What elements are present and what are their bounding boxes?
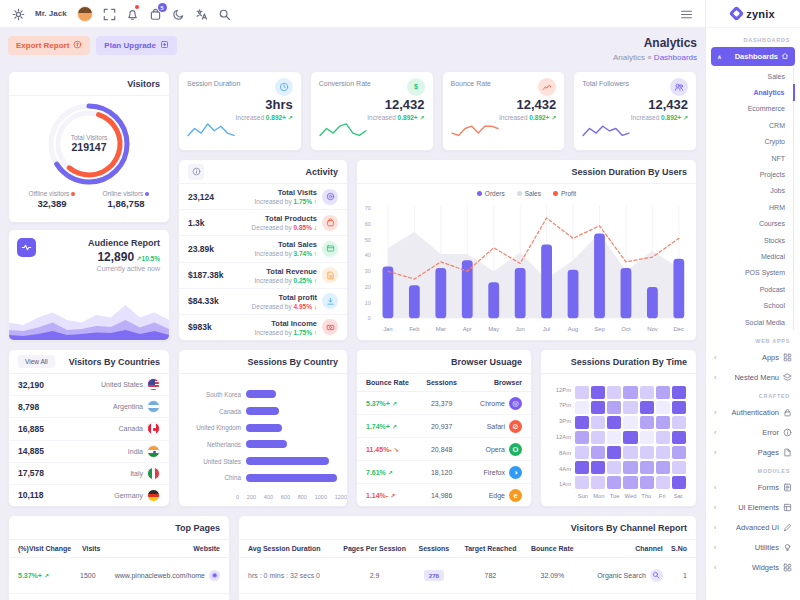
home-icon bbox=[781, 52, 789, 60]
heatmap-cell bbox=[623, 401, 637, 414]
bounce-rate: 1.74%+ ↗ bbox=[366, 423, 418, 430]
country-name: Italy bbox=[130, 470, 143, 477]
sidebar-item-stocks[interactable]: Stocks bbox=[706, 232, 785, 248]
sidebar-item-pages[interactable]: ‹Pages bbox=[706, 442, 800, 462]
sidebar-item-ecommerce[interactable]: Ecommerce bbox=[706, 101, 785, 117]
view-all-button[interactable]: View All bbox=[18, 355, 55, 368]
sidebar-item-analytics[interactable]: Analytics bbox=[706, 84, 795, 100]
chevron-left-icon: ‹ bbox=[714, 524, 716, 531]
legend-item-orders[interactable]: Orders bbox=[477, 190, 505, 197]
logo-diamond-icon bbox=[729, 6, 745, 22]
svg-text:May: May bbox=[488, 326, 499, 332]
cart-count-badge: 5 bbox=[158, 3, 167, 12]
settings-gear-icon[interactable] bbox=[12, 7, 25, 20]
sessions-value: 20,937 bbox=[418, 423, 465, 430]
sidebar-item-advanced-ui[interactable]: ‹Advanced UI bbox=[706, 517, 800, 537]
hamburger-menu-icon[interactable] bbox=[680, 7, 693, 20]
activity-info-icon[interactable] bbox=[188, 164, 204, 180]
stat-change: Increased 0.892+ ↗ bbox=[319, 114, 425, 121]
heatmap-cell bbox=[640, 431, 654, 444]
heatmap-row-label: 7Pm bbox=[551, 402, 571, 408]
heatmap-cell bbox=[656, 461, 670, 474]
channel-name: Organic Search bbox=[597, 572, 646, 579]
sidebar-item-error[interactable]: ‹Error bbox=[706, 422, 800, 442]
fullscreen-icon[interactable] bbox=[103, 7, 116, 20]
legend-item-sales[interactable]: Sales bbox=[517, 190, 541, 197]
legend-item-profit[interactable]: Profit bbox=[553, 190, 576, 197]
country-name: Canada bbox=[118, 425, 143, 432]
sidebar-item-ui-elements[interactable]: ‹UI Elements bbox=[706, 497, 800, 517]
heatmap-col-label: Sat bbox=[670, 493, 686, 499]
online-dot bbox=[145, 192, 149, 196]
country-bar-row: United Kingdom bbox=[189, 419, 337, 436]
sidebar-item-dashboards[interactable]: ∧ Dashboards bbox=[711, 47, 795, 66]
lock-icon bbox=[783, 408, 792, 417]
channel-table-header: Avg Session Duration Pages Per Session S… bbox=[239, 540, 696, 558]
chevron-left-icon: ‹ bbox=[714, 429, 716, 436]
cart-bag-icon[interactable]: 5 bbox=[149, 7, 162, 20]
sidebar-item-medical[interactable]: Medical bbox=[706, 248, 785, 264]
svg-text:Jan: Jan bbox=[383, 326, 393, 332]
plan-upgrade-button[interactable]: Plan Upgrade bbox=[96, 36, 177, 55]
heatmap-title: Sessions Duration By Time bbox=[541, 350, 696, 374]
sidebar-item-forms[interactable]: ‹Forms bbox=[706, 477, 800, 497]
app-logo[interactable]: zynix bbox=[706, 0, 800, 28]
sidebar-item-sales[interactable]: Sales bbox=[706, 68, 785, 84]
website-url[interactable]: www.pinnacleweb.com/home bbox=[115, 572, 205, 579]
dark-mode-moon-icon[interactable] bbox=[172, 7, 185, 20]
sidebar-item-social-media[interactable]: Social Media bbox=[706, 314, 785, 330]
target-icon bbox=[326, 192, 335, 201]
dashboards-submenu: SalesAnalyticsEcommerceCRMCryptoNFTProje… bbox=[706, 68, 794, 330]
svg-text:60: 60 bbox=[365, 221, 371, 227]
country-name: Argentina bbox=[113, 403, 143, 410]
info-icon bbox=[783, 428, 792, 437]
sidebar-item-pos-system[interactable]: POS System bbox=[706, 265, 785, 281]
activity-value: 23,124 bbox=[188, 192, 214, 202]
activity-value: 23.89k bbox=[188, 244, 214, 254]
browser-usage-card: Browser Usuage Bounce Rate Sessions Brow… bbox=[356, 349, 532, 507]
sidebar-item-nft[interactable]: NFT bbox=[706, 150, 785, 166]
sidebar-item-courses[interactable]: Courses bbox=[706, 216, 785, 232]
heatmap-cell bbox=[607, 386, 621, 399]
chevron-left-icon: ‹ bbox=[714, 504, 716, 511]
sidebar-item-apps[interactable]: ‹Apps bbox=[706, 347, 800, 367]
export-report-button[interactable]: Export Report bbox=[8, 36, 90, 55]
top-pages-card: Top Pages (%)Visit Change Visits Website… bbox=[8, 515, 230, 600]
page-header: Export Report Plan Upgrade Analytics Ana… bbox=[8, 36, 697, 62]
orders-bar bbox=[515, 268, 526, 318]
sidebar-item-widgets[interactable]: ‹Widgets bbox=[706, 557, 800, 577]
heatmap-col-label: Tue bbox=[607, 493, 623, 499]
form-icon bbox=[783, 483, 792, 492]
dollar-icon: $ bbox=[411, 82, 421, 92]
sidebar-item-podcast[interactable]: Podcast bbox=[706, 281, 785, 297]
heatmap-cell bbox=[672, 401, 686, 414]
notifications-bell-icon[interactable] bbox=[126, 7, 139, 20]
avatar[interactable] bbox=[77, 6, 93, 22]
sidebar-item-authentication[interactable]: ‹Authentication bbox=[706, 402, 800, 422]
stat-title: Total Followers bbox=[582, 78, 629, 87]
chevron-left-icon: ‹ bbox=[714, 544, 716, 551]
heatmap-row-label: 8Am bbox=[551, 450, 571, 456]
activity-row: $187.38kTotal RevenueIncreased by 0.25% … bbox=[179, 263, 347, 289]
sidebar-item-utilities[interactable]: ‹Utilities bbox=[706, 537, 800, 557]
sidebar-item-hrm[interactable]: HRM bbox=[706, 199, 785, 215]
notifications-bell-icon bbox=[126, 8, 139, 21]
pulse-icon[interactable] bbox=[17, 238, 36, 257]
search-icon[interactable] bbox=[218, 7, 231, 20]
upgrade-box-icon bbox=[160, 40, 169, 49]
breadcrumb-parent[interactable]: Analytics bbox=[613, 53, 645, 62]
language-icon[interactable] bbox=[195, 7, 208, 20]
bag-icon bbox=[322, 215, 338, 231]
browser-row: 1.74%+ ↗20,937Safari⊘ bbox=[357, 415, 531, 438]
sidebar-item-nested-menu[interactable]: ‹Nested Menu bbox=[706, 367, 800, 387]
svg-text:30: 30 bbox=[365, 268, 371, 274]
sidebar-item-school[interactable]: School bbox=[706, 297, 785, 313]
website-icon: ◉ bbox=[209, 570, 220, 581]
sidebar-item-crypto[interactable]: Crypto bbox=[706, 134, 785, 150]
activity-value: 1.3k bbox=[188, 218, 205, 228]
file-icon bbox=[783, 448, 792, 457]
sidebar-item-projects[interactable]: Projects bbox=[706, 166, 785, 182]
breadcrumb-current[interactable]: Dashboards bbox=[654, 53, 697, 62]
sidebar-item-jobs[interactable]: Jobs bbox=[706, 183, 785, 199]
sidebar-item-crm[interactable]: CRM bbox=[706, 117, 785, 133]
